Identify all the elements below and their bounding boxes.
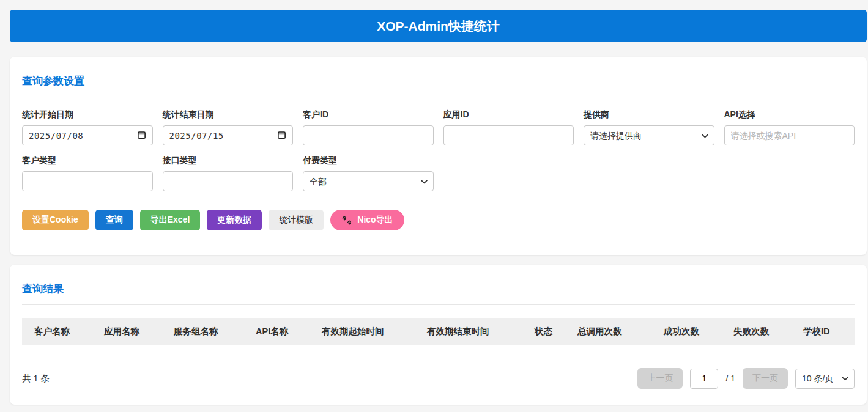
- cell: [721, 345, 791, 358]
- field-customer-type: 客户类型: [22, 155, 153, 191]
- field-end-date: 统计结束日期 2025/07/15: [163, 109, 294, 145]
- nico-export-button[interactable]: Nico导出: [330, 210, 404, 230]
- interface-type-label: 接口类型: [163, 155, 294, 166]
- col-customer-name: 客户名称: [22, 318, 92, 345]
- calendar-icon[interactable]: [137, 130, 146, 141]
- update-data-button[interactable]: 更新数据: [207, 210, 262, 230]
- cell: [522, 345, 565, 358]
- col-success-count: 成功次数: [651, 318, 721, 345]
- start-date-input[interactable]: 2025/07/08: [22, 125, 153, 145]
- interface-type-input[interactable]: [163, 171, 294, 191]
- start-date-value: 2025/07/08: [29, 131, 83, 141]
- start-date-label: 统计开始日期: [22, 109, 153, 120]
- prev-page-button[interactable]: 上一页: [637, 368, 683, 389]
- col-validity-start: 有效期起始时间: [310, 318, 415, 345]
- stats-template-button[interactable]: 统计模版: [269, 210, 324, 230]
- customer-id-input[interactable]: [303, 125, 434, 145]
- cell: [92, 345, 161, 358]
- query-params-card: 查询参数设置 统计开始日期 2025/07/08 统计结束日期 2025/07/…: [10, 57, 867, 255]
- cell: [310, 345, 415, 358]
- cell: [161, 345, 243, 358]
- table-header-row: 客户名称 应用名称 服务组名称 API名称 有效期起始时间 有效期结束时间 状态…: [22, 318, 855, 345]
- table-row: [22, 345, 855, 358]
- field-app-id: 应用ID: [443, 109, 574, 145]
- query-button[interactable]: 查询: [95, 210, 133, 230]
- cell: [565, 345, 651, 358]
- field-provider: 提供商 请选择提供商: [584, 109, 714, 145]
- col-status: 状态: [522, 318, 565, 345]
- query-form: 统计开始日期 2025/07/08 统计结束日期 2025/07/15 客户ID: [22, 109, 855, 191]
- cell: [791, 345, 855, 358]
- col-app-name: 应用名称: [92, 318, 161, 345]
- provider-select[interactable]: 请选择提供商: [584, 125, 714, 145]
- field-start-date: 统计开始日期 2025/07/08: [22, 109, 153, 145]
- col-school-id: 学校ID: [791, 318, 855, 345]
- page-size-select-wrap: 10 条/页: [795, 369, 855, 389]
- calendar-icon[interactable]: [277, 130, 286, 141]
- query-results-card: 查询结果 客户名称 应用名称 服务组名称 API名称 有效期起始时间 有效期结束…: [10, 265, 867, 405]
- page-number-input[interactable]: [690, 369, 718, 389]
- field-pay-type: 付费类型 全部: [303, 155, 434, 191]
- app-id-label: 应用ID: [443, 109, 574, 120]
- page-size-select[interactable]: 10 条/页: [795, 369, 855, 389]
- col-api-name: API名称: [243, 318, 310, 345]
- field-interface-type: 接口类型: [163, 155, 294, 191]
- results-table: 客户名称 应用名称 服务组名称 API名称 有效期起始时间 有效期结束时间 状态…: [22, 318, 855, 358]
- provider-label: 提供商: [584, 109, 714, 120]
- col-validity-end: 有效期结束时间: [415, 318, 522, 345]
- total-count-label: 共 1 条: [22, 373, 50, 384]
- customer-id-label: 客户ID: [303, 109, 434, 120]
- cell: [415, 345, 522, 358]
- pager-controls: 上一页 / 1 下一页 10 条/页: [637, 368, 855, 389]
- pay-type-select[interactable]: 全部: [303, 171, 434, 191]
- export-excel-button[interactable]: 导出Excel: [140, 210, 201, 230]
- provider-select-wrap: 请选择提供商: [584, 125, 714, 145]
- cell: [22, 345, 92, 358]
- api-select-input[interactable]: [724, 125, 855, 145]
- field-customer-id: 客户ID: [303, 109, 434, 145]
- field-api-select: API选择: [724, 109, 855, 145]
- query-section-title: 查询参数设置: [22, 68, 855, 97]
- end-date-input[interactable]: 2025/07/15: [163, 125, 294, 145]
- end-date-value: 2025/07/15: [169, 131, 224, 141]
- cell: [651, 345, 721, 358]
- end-date-label: 统计结束日期: [163, 109, 294, 120]
- results-section-title: 查询结果: [22, 276, 855, 305]
- app-id-input[interactable]: [443, 125, 574, 145]
- cell: [243, 345, 310, 358]
- customer-type-label: 客户类型: [22, 155, 153, 166]
- col-fail-count: 失败次数: [721, 318, 791, 345]
- pagination-bar: 共 1 条 上一页 / 1 下一页 10 条/页: [22, 368, 855, 389]
- page-total-label: / 1: [725, 373, 735, 383]
- next-page-button[interactable]: 下一页: [743, 368, 788, 389]
- col-total-calls: 总调用次数: [565, 318, 651, 345]
- pay-type-label: 付费类型: [303, 155, 434, 166]
- app-title-bar: XOP-Admin快捷统计: [10, 10, 867, 42]
- nico-export-label: Nico导出: [357, 215, 393, 226]
- set-cookie-button[interactable]: 设置Cookie: [22, 210, 89, 230]
- pay-type-select-wrap: 全部: [303, 171, 434, 191]
- api-select-label: API选择: [724, 109, 855, 120]
- page-title: XOP-Admin快捷统计: [377, 18, 500, 35]
- customer-type-input[interactable]: [22, 171, 153, 191]
- action-buttons: 设置Cookie 查询 导出Excel 更新数据 统计模版: [22, 210, 855, 230]
- paw-prints-icon: [341, 215, 353, 226]
- col-service-group-name: 服务组名称: [161, 318, 243, 345]
